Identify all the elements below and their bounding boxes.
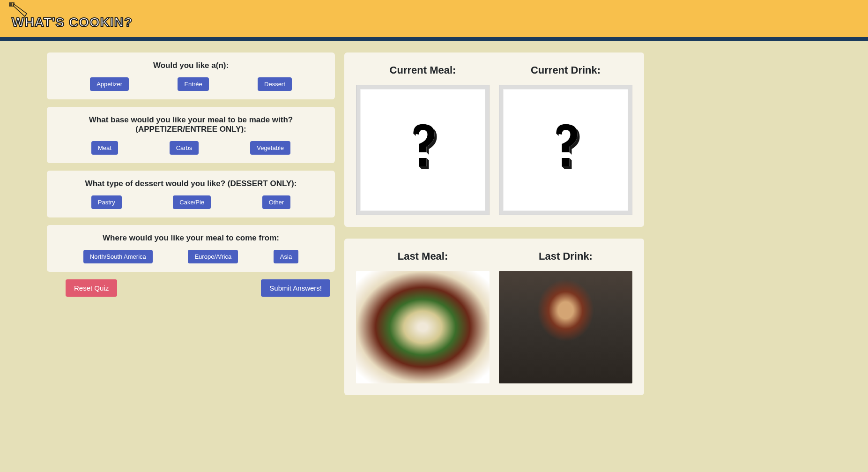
reset-button[interactable]: Reset Quiz <box>66 279 117 297</box>
option-vegetable[interactable]: Vegetable <box>250 141 290 155</box>
current-drink-placeholder <box>503 89 628 211</box>
last-meal: Last Meal: <box>356 250 490 383</box>
option-americas[interactable]: North/South America <box>83 250 153 263</box>
current-meal: Current Meal: <box>356 64 490 215</box>
last-meal-title: Last Meal: <box>356 250 490 262</box>
results-row: Last Meal: Last Drink: <box>356 250 632 383</box>
app-title: WHAT'S COOKIN? <box>12 15 859 30</box>
question-text: Where would you like your meal to come f… <box>56 233 326 243</box>
image-frame <box>499 85 632 215</box>
question-card-3: What type of dessert would you like? (DE… <box>47 171 335 217</box>
option-europe-africa[interactable]: Europe/Africa <box>188 250 238 263</box>
option-carbs[interactable]: Carbs <box>170 141 199 155</box>
results-row: Current Meal: Current Drink: <box>356 64 632 215</box>
current-meal-title: Current Meal: <box>356 64 490 76</box>
question-card-1: Would you like a(n): Appetizer Entrée De… <box>47 52 335 99</box>
button-row: Meat Carbs Vegetable <box>56 141 326 155</box>
option-entree[interactable]: Entrée <box>178 77 208 91</box>
option-asia[interactable]: Asia <box>274 250 298 263</box>
last-drink: Last Drink: <box>499 250 632 383</box>
submit-button[interactable]: Submit Answers! <box>261 279 330 297</box>
option-appetizer[interactable]: Appetizer <box>90 77 129 91</box>
main-container: Would you like a(n): Appetizer Entrée De… <box>0 41 868 419</box>
knife-icon <box>7 1 30 18</box>
question-text: Would you like a(n): <box>56 61 326 70</box>
button-row: Appetizer Entrée Dessert <box>56 77 326 91</box>
option-other[interactable]: Other <box>262 195 291 209</box>
current-drink-title: Current Drink: <box>499 64 632 76</box>
results-column: Current Meal: Current Drink: <box>344 52 644 407</box>
current-meal-placeholder <box>360 89 485 211</box>
option-cakepie[interactable]: Cake/Pie <box>173 195 211 209</box>
button-row: Pastry Cake/Pie Other <box>56 195 326 209</box>
action-row: Reset Quiz Submit Answers! <box>47 279 335 297</box>
current-results-panel: Current Meal: Current Drink: <box>344 52 644 227</box>
last-drink-image <box>499 271 632 383</box>
question-card-2: What base would you like your meal to be… <box>47 107 335 163</box>
image-frame <box>356 85 490 215</box>
option-dessert[interactable]: Dessert <box>258 77 292 91</box>
question-card-4: Where would you like your meal to come f… <box>47 225 335 272</box>
app-header: WHAT'S COOKIN? <box>0 0 868 41</box>
current-drink: Current Drink: <box>499 64 632 215</box>
last-results-panel: Last Meal: Last Drink: <box>344 239 644 395</box>
button-row: North/South America Europe/Africa Asia <box>56 250 326 263</box>
question-text: What type of dessert would you like? (DE… <box>56 179 326 188</box>
question-mark-icon <box>398 120 447 180</box>
question-text: What base would you like your meal to be… <box>56 115 326 134</box>
quiz-column: Would you like a(n): Appetizer Entrée De… <box>47 52 335 407</box>
last-drink-title: Last Drink: <box>499 250 632 262</box>
last-meal-image <box>356 271 490 383</box>
question-mark-icon <box>541 120 590 180</box>
option-pastry[interactable]: Pastry <box>91 195 122 209</box>
option-meat[interactable]: Meat <box>91 141 118 155</box>
